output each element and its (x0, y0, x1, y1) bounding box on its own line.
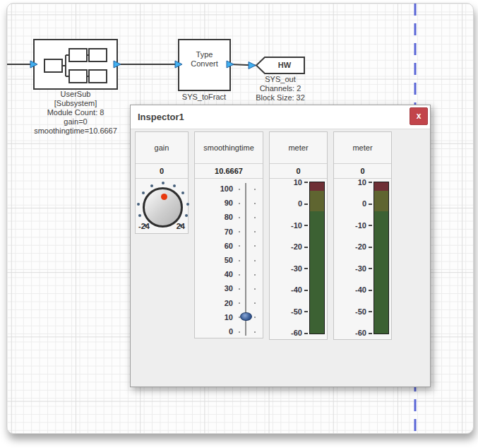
slider-tick-dot (254, 274, 256, 276)
knob-tick-dot (142, 191, 145, 194)
slider-tick-dot (239, 260, 240, 261)
inspector-title: Inspector1 (138, 105, 184, 129)
meter-tick-mark (304, 225, 308, 226)
meter-tick-mark (304, 290, 308, 291)
meter-tick-label: -50 (335, 307, 366, 317)
usersub-block[interactable] (34, 40, 117, 89)
knob-tick-dot (138, 214, 141, 217)
meter-zone-red (310, 182, 324, 191)
meter-tick-mark (369, 225, 372, 226)
meter-bar (374, 182, 389, 334)
port-in-hw-icon (249, 62, 256, 69)
knob-tick-dot (137, 203, 140, 206)
usersub-caption: UserSub [Subsystem] Module Count: 8 gain… (13, 90, 138, 136)
meter-tick-mark (369, 311, 372, 312)
meter-tick-mark (369, 333, 372, 334)
slider-handle[interactable] (240, 312, 252, 321)
meter-tick-mark (304, 182, 308, 183)
smoothingtime-panel-header: smoothingtime (195, 132, 263, 164)
slider-tick-dot (239, 274, 240, 276)
meter-tick-mark (304, 311, 308, 312)
meter-value: 0 (334, 164, 391, 179)
type-convert-caption: SYS_toFract (172, 93, 236, 102)
slider-tick-dot (254, 331, 256, 333)
knob-min-label: -24 (138, 222, 150, 230)
meter-tick-mark (304, 333, 308, 334)
slider-tick-label: 50 (199, 256, 233, 265)
slider-tick-dot (254, 203, 256, 204)
inspector-titlebar[interactable]: Inspector1 x (131, 105, 430, 129)
slider-tick-label: 70 (199, 228, 233, 237)
slider-tick-dot (239, 331, 240, 333)
meter-zone-green (310, 211, 324, 334)
slider-tick-dot (254, 217, 256, 218)
meter-tick-label: 0 (335, 199, 366, 208)
meter-tick-mark (369, 247, 372, 248)
meter-tick-label: -40 (271, 285, 302, 295)
slider-tick-dot (239, 203, 240, 204)
meter-tick-label: -20 (335, 242, 366, 252)
meter-tick-label: -60 (271, 329, 302, 338)
slider-tick-dot (254, 288, 256, 290)
slider-tick-dot (239, 231, 240, 232)
meter-panel-header: meter (270, 132, 327, 164)
meter-tick-mark (304, 204, 308, 205)
knob-tick-dot (185, 214, 188, 217)
meter-tick-label: 0 (271, 199, 302, 208)
slider-tick-label: 90 (199, 199, 233, 208)
slider-tick-label: 100 (199, 184, 233, 194)
design-canvas: Type Convert HW UserSub [Subsystem] Modu… (6, 3, 474, 434)
knob-tick-dot (150, 184, 153, 187)
knob-tick-dot (162, 182, 165, 184)
meter-panel-1: meter 0 100-10-20-30-40-50-60 (269, 131, 328, 340)
meter-tick-mark (304, 268, 308, 269)
slider-tick-dot (254, 302, 256, 304)
meter-tick-mark (304, 247, 308, 248)
slider-tick-dot (254, 245, 256, 247)
meter-zone-olive (374, 191, 388, 211)
slider-tick-label: 20 (199, 299, 233, 308)
inspector-window: Inspector1 x gain 0 -24 24 smoothingtime… (130, 105, 431, 387)
smoothingtime-value: 10.6667 (195, 164, 263, 179)
slider-tick-dot (254, 260, 256, 261)
meter-bar (309, 182, 325, 334)
slider-tick-dot (254, 231, 256, 232)
slider-tick-label: 0 (199, 327, 233, 336)
knob-indicator-dot (161, 194, 167, 200)
meter-zone-green (374, 211, 388, 334)
meter-tick-mark (369, 204, 372, 205)
meter-tick-label: -20 (271, 242, 302, 252)
slider-tick-dot (254, 189, 256, 190)
knob-max-label: 24 (177, 222, 185, 230)
knob-tick-dot (186, 203, 189, 206)
meter-tick-label: -30 (271, 264, 302, 273)
slider-tick-label: 30 (199, 284, 233, 293)
gain-panel-header: gain (136, 132, 188, 164)
meter-tick-mark (369, 268, 372, 269)
meter-value: 0 (270, 164, 327, 179)
hw-label: HW (265, 61, 304, 70)
close-icon[interactable]: x (410, 107, 428, 125)
slider-tick-dot (254, 317, 256, 318)
hw-caption: SYS_out Channels: 2 Block Size: 32 (245, 75, 316, 102)
slider-tick-label: 40 (199, 270, 233, 279)
type-convert-label: Type Convert (179, 50, 230, 69)
meter-tick-mark (369, 182, 372, 183)
meter-tick-label: 10 (271, 178, 302, 187)
slider-tick-label: 60 (199, 242, 233, 251)
slider-tick-dot (239, 288, 240, 290)
knob-tick-dot (181, 191, 184, 194)
slider-tick-dot (239, 189, 240, 190)
meter-tick-mark (369, 290, 372, 291)
knob-tick-dot (173, 184, 176, 187)
slider-tick-dot (239, 217, 240, 218)
gain-panel: gain 0 -24 24 (135, 131, 189, 234)
meter-panel-header: meter (334, 132, 391, 164)
meter-tick-label: 10 (335, 178, 366, 187)
meter-tick-label: -40 (335, 285, 366, 295)
meter-tick-label: -10 (335, 221, 366, 230)
slider-tick-dot (239, 302, 240, 304)
smoothingtime-panel: smoothingtime 10.6667 100908070605040302… (194, 131, 263, 338)
meter-tick-label: -30 (335, 264, 366, 273)
meter-zone-red (374, 182, 388, 191)
